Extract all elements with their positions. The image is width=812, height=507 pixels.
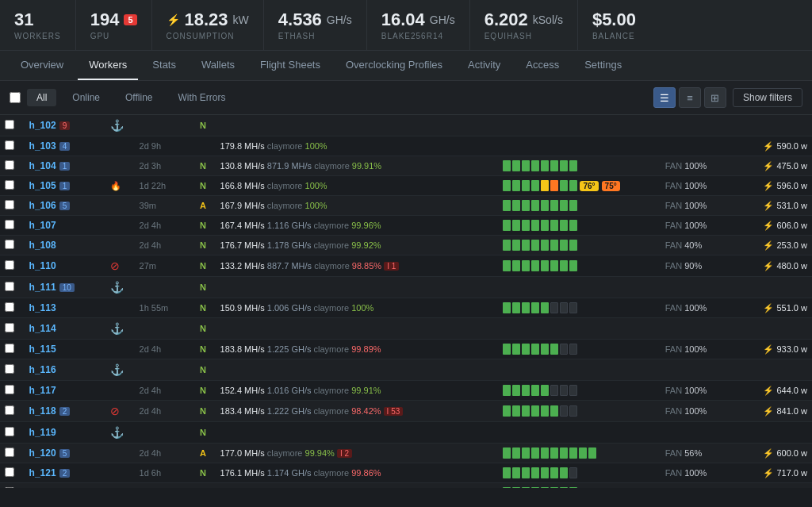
worker-uptime [135, 422, 195, 444]
worker-name[interactable]: h_120 [29, 447, 56, 459]
tab-activity[interactable]: Activity [457, 51, 511, 80]
worker-power: ⚡ 596.0 w [741, 176, 812, 196]
row-checkbox[interactable] [5, 282, 14, 291]
worker-uptime: 2d 4h [135, 401, 195, 422]
stat-gpu: 194 5 GPU [76, 0, 152, 50]
worker-fan [661, 318, 741, 340]
worker-name[interactable]: h_108 [29, 240, 56, 251]
gpu-bar [522, 260, 530, 271]
worker-name[interactable]: h_115 [29, 344, 56, 355]
select-all-checkbox[interactable] [10, 92, 21, 103]
gpu-bar [569, 220, 577, 231]
row-checkbox[interactable] [5, 200, 14, 209]
worker-name[interactable]: h_105 [29, 180, 56, 191]
worker-power: ⚡ 933.0 w [741, 340, 812, 359]
stop-icon: ⊘ [110, 405, 120, 417]
tab-access[interactable]: Access [515, 51, 570, 80]
worker-fan: FAN 100% [661, 463, 741, 483]
gpu-bar [550, 467, 558, 478]
row-checkbox[interactable] [5, 364, 14, 374]
row-checkbox-cell [0, 483, 25, 489]
worker-icon-cell [105, 298, 135, 318]
row-checkbox[interactable] [5, 302, 14, 312]
gpu-bar [512, 344, 520, 355]
gpu-bar-empty [560, 385, 568, 396]
worker-icon-cell: ⚓ [105, 422, 135, 444]
worker-name[interactable]: h_111 [29, 282, 56, 293]
row-checkbox[interactable] [5, 220, 14, 229]
view-list-btn[interactable]: ☰ [653, 87, 676, 108]
worker-power: ⚡ 475.0 w [741, 156, 812, 176]
table-row: h_116 ⚓ N [0, 359, 812, 381]
tab-settings[interactable]: Settings [573, 51, 633, 80]
worker-name[interactable]: h_122 [29, 487, 56, 488]
worker-fan [661, 115, 741, 136]
worker-bars-cell [498, 444, 660, 463]
worker-name-cell: h_1065 [25, 196, 105, 216]
worker-name[interactable]: h_118 [29, 405, 56, 417]
worker-name[interactable]: h_113 [29, 302, 56, 313]
worker-badge: 4 [59, 142, 71, 151]
tab-wallets[interactable]: Wallets [190, 51, 246, 80]
worker-name-cell: h_107 [25, 216, 105, 236]
row-checkbox[interactable] [5, 260, 14, 270]
row-checkbox[interactable] [5, 180, 14, 190]
row-checkbox[interactable] [5, 240, 14, 249]
worker-name[interactable]: h_110 [29, 260, 56, 271]
tab-stats[interactable]: Stats [141, 51, 187, 80]
view-compact-btn[interactable]: ≡ [679, 87, 701, 108]
worker-status: N [195, 401, 215, 422]
row-checkbox[interactable] [5, 120, 14, 129]
row-checkbox[interactable] [5, 467, 14, 477]
gpu-bar [541, 220, 549, 231]
filter-online[interactable]: Online [63, 89, 109, 106]
worker-name[interactable]: h_102 [29, 120, 56, 131]
show-filters-button[interactable]: Show filters [733, 88, 802, 107]
worker-name[interactable]: h_114 [29, 323, 56, 334]
tab-overview[interactable]: Overview [10, 51, 75, 80]
worker-name[interactable]: h_119 [29, 427, 56, 438]
row-checkbox[interactable] [5, 427, 14, 436]
worker-name[interactable]: h_116 [29, 364, 56, 375]
gpu-bar [541, 344, 549, 355]
row-checkbox[interactable] [5, 405, 14, 415]
row-checkbox[interactable] [5, 385, 14, 394]
gpu-bars [503, 344, 655, 355]
tab-flight-sheets[interactable]: Flight Sheets [249, 51, 331, 80]
worker-hashrate: 174.3 MH/s 1.162 GH/s claymore 99.95% [216, 483, 499, 489]
gpu-bar [503, 200, 511, 211]
worker-status: N [195, 216, 215, 236]
worker-name[interactable]: h_104 [29, 160, 56, 171]
gpu-bar [512, 240, 520, 251]
worker-name[interactable]: h_103 [29, 140, 56, 152]
row-checkbox-cell [0, 318, 25, 340]
worker-name[interactable]: h_107 [29, 220, 56, 231]
worker-fan: FAN 100% [661, 483, 741, 489]
view-grid-btn[interactable]: ⊞ [704, 87, 726, 108]
gpu-bar [503, 302, 511, 313]
filter-errors[interactable]: With Errors [169, 89, 236, 106]
worker-status: N [195, 318, 215, 340]
row-checkbox[interactable] [5, 487, 14, 488]
worker-name[interactable]: h_117 [29, 385, 56, 396]
worker-power [741, 277, 812, 298]
consumption-label: CONSUMPTION [167, 32, 249, 40]
worker-name[interactable]: h_106 [29, 200, 56, 211]
gpu-bar [560, 467, 568, 478]
tab-workers[interactable]: Workers [78, 51, 138, 80]
row-checkbox[interactable] [5, 344, 14, 353]
row-checkbox[interactable] [5, 323, 14, 332]
row-checkbox[interactable] [5, 160, 14, 170]
worker-name[interactable]: h_121 [29, 467, 56, 478]
row-checkbox[interactable] [5, 447, 14, 457]
tab-overclocking[interactable]: Overclocking Profiles [335, 51, 454, 80]
workers-label: WORKERS [14, 32, 61, 40]
workers-table-container: h_1029 ⚓ N h_1034 2d 9h 179.8 MH/s claym… [0, 115, 812, 488]
filter-offline[interactable]: Offline [116, 89, 162, 106]
gpu-bar [560, 260, 568, 271]
gpu-bar [541, 160, 549, 171]
worker-power: ⚡ 590.0 w [741, 136, 812, 156]
filter-all[interactable]: All [27, 89, 56, 106]
worker-uptime: 2d 4h [135, 340, 195, 359]
row-checkbox[interactable] [5, 140, 14, 150]
